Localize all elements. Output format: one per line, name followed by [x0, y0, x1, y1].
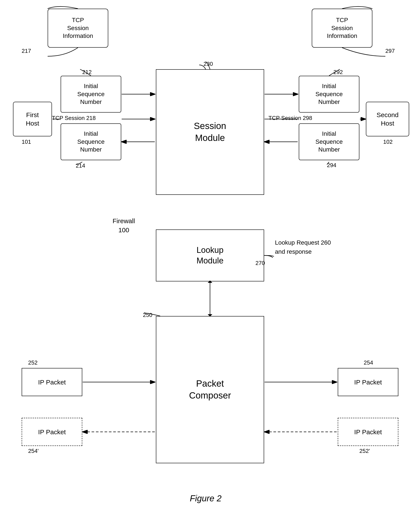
- label-230: 230: [204, 61, 213, 67]
- label-297: 297: [385, 48, 395, 54]
- isn-212-label: Initial Sequence Number: [77, 82, 105, 106]
- lookup-request-label: Lookup Request 260and response: [275, 238, 331, 256]
- label-214: 214: [76, 162, 85, 169]
- tcp-session-left-label: TCP Session Information: [63, 16, 93, 40]
- label-270: 270: [255, 260, 265, 267]
- ip-packet-252-box: IP Packet: [22, 368, 82, 396]
- label-252p: 252': [359, 448, 370, 454]
- tcp-session-info-left: TCP Session Information: [48, 9, 108, 48]
- tcp-session-298-label: TCP Session 298: [268, 115, 312, 122]
- isn-212-box: Initial Sequence Number: [61, 76, 121, 113]
- label-254: 254: [364, 359, 373, 366]
- second-host-label: Second Host: [377, 111, 399, 128]
- lookup-module-box: Lookup Module: [156, 229, 264, 281]
- second-host-box: Second Host: [366, 102, 409, 136]
- ip-packet-254-box: IP Packet: [338, 368, 398, 396]
- figure-caption: Figure 2: [162, 494, 249, 503]
- isn-292-label: Initial Sequence Number: [315, 82, 343, 106]
- tcp-session-right-label: TCP Session Information: [327, 16, 357, 40]
- label-101: 101: [22, 139, 31, 145]
- ip-packet-254-label: IP Packet: [354, 378, 382, 386]
- label-250: 250: [143, 312, 152, 319]
- label-212: 212: [82, 69, 91, 75]
- tcp-session-218-label: TCP Session 218: [52, 115, 96, 122]
- isn-214-label: Initial Sequence Number: [77, 130, 105, 154]
- lookup-module-label: Lookup Module: [197, 245, 224, 266]
- ip-packet-254p-label: IP Packet: [38, 428, 66, 436]
- isn-292-box: Initial Sequence Number: [299, 76, 359, 113]
- packet-composer-label: Packet Composer: [189, 378, 231, 401]
- isn-214-box: Initial Sequence Number: [61, 123, 121, 160]
- label-252: 252: [28, 359, 37, 366]
- label-294: 294: [327, 162, 336, 169]
- session-module-label: Session Module: [194, 120, 226, 144]
- label-217: 217: [22, 48, 31, 54]
- packet-composer-box: Packet Composer: [156, 316, 264, 463]
- ip-packet-252p-box: IP Packet: [338, 418, 398, 446]
- ip-packet-252p-label: IP Packet: [354, 428, 382, 436]
- ip-packet-252-label: IP Packet: [38, 378, 66, 386]
- isn-294-box: Initial Sequence Number: [299, 123, 359, 160]
- ip-packet-254p-box: IP Packet: [22, 418, 82, 446]
- tcp-session-info-right: TCP Session Information: [312, 9, 372, 48]
- isn-294-label: Initial Sequence Number: [315, 130, 343, 154]
- label-102: 102: [383, 139, 393, 145]
- session-module-box: Session Module: [156, 69, 264, 195]
- first-host-box: First Host: [13, 102, 52, 136]
- label-292: 292: [333, 69, 343, 75]
- firewall-label: Firewall100: [113, 216, 135, 235]
- label-254p: 254': [28, 448, 39, 454]
- first-host-label: First Host: [26, 111, 39, 128]
